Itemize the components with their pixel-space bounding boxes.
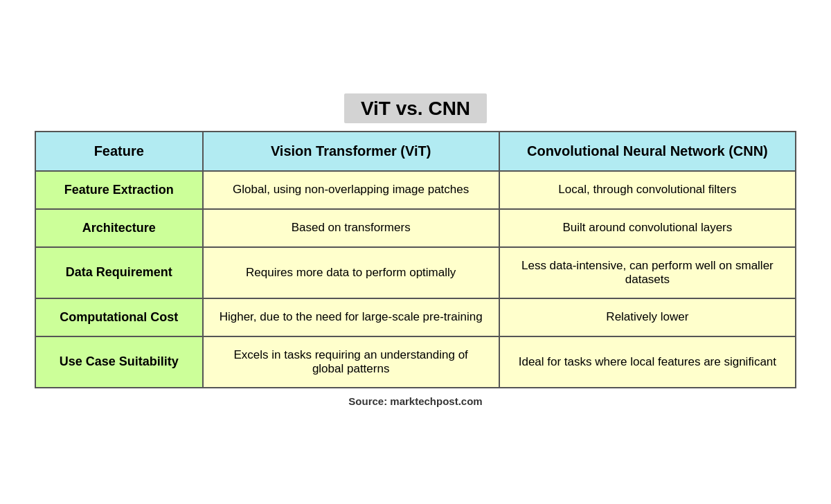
header-feature: Feature <box>35 132 203 171</box>
header-cnn: Convolutional Neural Network (CNN) <box>499 132 796 171</box>
row-vit-value: Higher, due to the need for large-scale … <box>203 298 499 336</box>
row-feature-label: Feature Extraction <box>35 171 203 209</box>
title-wrapper: ViT vs. CNN <box>344 98 487 120</box>
source-label: Source: marktechpost.com <box>348 395 482 407</box>
page-title: ViT vs. CNN <box>344 93 487 123</box>
table-header-row: Feature Vision Transformer (ViT) Convolu… <box>35 132 796 171</box>
table-row: Data RequirementRequires more data to pe… <box>35 247 796 298</box>
row-cnn-value: Ideal for tasks where local features are… <box>499 336 796 388</box>
row-feature-label: Use Case Suitability <box>35 336 203 388</box>
row-feature-label: Computational Cost <box>35 298 203 336</box>
table-row: Feature ExtractionGlobal, using non-over… <box>35 171 796 209</box>
row-vit-value: Excels in tasks requiring an understandi… <box>203 336 499 388</box>
table-row: ArchitectureBased on transformersBuilt a… <box>35 209 796 247</box>
comparison-table: Feature Vision Transformer (ViT) Convolu… <box>35 131 796 388</box>
table-row: Use Case SuitabilityExcels in tasks requ… <box>35 336 796 388</box>
row-vit-value: Based on transformers <box>203 209 499 247</box>
table-row: Computational CostHigher, due to the nee… <box>35 298 796 336</box>
row-vit-value: Global, using non-overlapping image patc… <box>203 171 499 209</box>
row-cnn-value: Relatively lower <box>499 298 796 336</box>
header-vit: Vision Transformer (ViT) <box>203 132 499 171</box>
row-feature-label: Data Requirement <box>35 247 203 298</box>
row-cnn-value: Local, through convolutional filters <box>499 171 796 209</box>
page-container: ViT vs. CNN Feature Vision Transformer (… <box>35 98 796 407</box>
row-feature-label: Architecture <box>35 209 203 247</box>
row-cnn-value: Built around convolutional layers <box>499 209 796 247</box>
row-cnn-value: Less data-intensive, can perform well on… <box>499 247 796 298</box>
row-vit-value: Requires more data to perform optimally <box>203 247 499 298</box>
